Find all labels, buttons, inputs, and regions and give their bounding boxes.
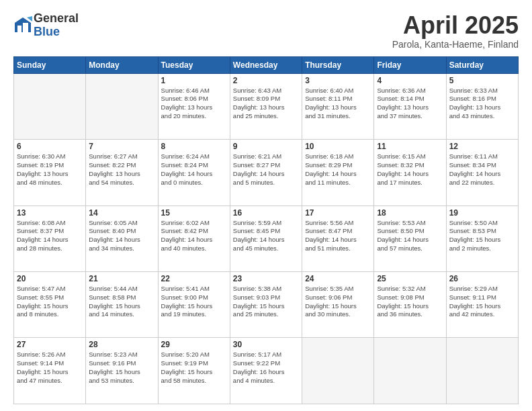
table-row: 8Sunrise: 6:24 AM Sunset: 8:24 PM Daylig…: [158, 140, 230, 205]
day-info: Sunrise: 5:38 AM Sunset: 9:03 PM Dayligh…: [233, 285, 299, 319]
table-row: 9Sunrise: 6:21 AM Sunset: 8:27 PM Daylig…: [230, 140, 302, 205]
table-row: 17Sunrise: 5:56 AM Sunset: 8:47 PM Dayli…: [302, 205, 374, 271]
table-row: 20Sunrise: 5:47 AM Sunset: 8:55 PM Dayli…: [14, 272, 86, 338]
logo-blue-text: Blue: [34, 26, 79, 39]
day-info: Sunrise: 5:20 AM Sunset: 9:19 PM Dayligh…: [161, 351, 227, 385]
day-info: Sunrise: 6:15 AM Sunset: 8:32 PM Dayligh…: [377, 152, 443, 187]
calendar-subtitle: Parola, Kanta-Haeme, Finland: [392, 39, 519, 50]
day-number: 26: [449, 274, 515, 283]
header-friday: Friday: [374, 56, 446, 73]
day-info: Sunrise: 6:40 AM Sunset: 8:11 PM Dayligh…: [305, 87, 371, 121]
day-number: 4: [377, 76, 443, 85]
day-number: 16: [233, 208, 299, 218]
day-number: 19: [449, 208, 515, 218]
header-tuesday: Tuesday: [158, 56, 230, 73]
day-info: Sunrise: 5:44 AM Sunset: 8:58 PM Dayligh…: [89, 285, 154, 319]
table-row: 14Sunrise: 6:05 AM Sunset: 8:40 PM Dayli…: [86, 205, 158, 271]
table-row: 27Sunrise: 5:26 AM Sunset: 9:14 PM Dayli…: [14, 338, 86, 404]
day-number: 6: [17, 142, 83, 151]
day-info: Sunrise: 6:05 AM Sunset: 8:40 PM Dayligh…: [89, 219, 154, 253]
table-row: [14, 73, 86, 139]
table-row: 24Sunrise: 5:35 AM Sunset: 9:06 PM Dayli…: [302, 272, 374, 338]
table-row: 19Sunrise: 5:50 AM Sunset: 8:53 PM Dayli…: [446, 205, 518, 271]
svg-rect-3: [23, 23, 28, 32]
table-row: 7Sunrise: 6:27 AM Sunset: 8:22 PM Daylig…: [86, 140, 158, 205]
table-row: 3Sunrise: 6:40 AM Sunset: 8:11 PM Daylig…: [302, 73, 374, 139]
table-row: 21Sunrise: 5:44 AM Sunset: 8:58 PM Dayli…: [86, 272, 158, 338]
table-row: 15Sunrise: 6:02 AM Sunset: 8:42 PM Dayli…: [158, 205, 230, 271]
day-info: Sunrise: 5:32 AM Sunset: 9:08 PM Dayligh…: [377, 285, 443, 319]
day-info: Sunrise: 6:24 AM Sunset: 8:24 PM Dayligh…: [161, 152, 227, 187]
svg-marker-1: [27, 16, 32, 21]
logo: General Blue: [13, 12, 79, 39]
day-number: 1: [161, 76, 227, 85]
day-number: 25: [377, 274, 443, 283]
day-number: 18: [377, 208, 443, 218]
day-number: 14: [89, 208, 154, 218]
day-info: Sunrise: 6:11 AM Sunset: 8:34 PM Dayligh…: [449, 152, 515, 187]
day-info: Sunrise: 6:46 AM Sunset: 8:06 PM Dayligh…: [161, 87, 227, 121]
day-info: Sunrise: 5:53 AM Sunset: 8:50 PM Dayligh…: [377, 219, 443, 253]
day-info: Sunrise: 6:02 AM Sunset: 8:42 PM Dayligh…: [161, 219, 227, 253]
table-row: 30Sunrise: 5:17 AM Sunset: 9:22 PM Dayli…: [230, 338, 302, 404]
table-row: 12Sunrise: 6:11 AM Sunset: 8:34 PM Dayli…: [446, 140, 518, 205]
calendar-header-row: Sunday Monday Tuesday Wednesday Thursday…: [14, 56, 519, 73]
table-row: 10Sunrise: 6:18 AM Sunset: 8:29 PM Dayli…: [302, 140, 374, 205]
day-info: Sunrise: 6:33 AM Sunset: 8:16 PM Dayligh…: [449, 87, 515, 121]
day-number: 11: [377, 142, 443, 151]
table-row: 23Sunrise: 5:38 AM Sunset: 9:03 PM Dayli…: [230, 272, 302, 338]
day-number: 2: [233, 76, 299, 85]
day-number: 23: [233, 274, 299, 283]
day-number: 22: [161, 274, 227, 283]
day-info: Sunrise: 6:08 AM Sunset: 8:37 PM Dayligh…: [17, 219, 83, 253]
calendar-title: April 2025: [392, 12, 519, 39]
table-row: 28Sunrise: 5:23 AM Sunset: 9:16 PM Dayli…: [86, 338, 158, 404]
day-number: 20: [17, 274, 83, 283]
calendar-week-4: 20Sunrise: 5:47 AM Sunset: 8:55 PM Dayli…: [14, 272, 519, 338]
day-number: 9: [233, 142, 299, 151]
table-row: 4Sunrise: 6:36 AM Sunset: 8:14 PM Daylig…: [374, 73, 446, 139]
day-number: 30: [233, 340, 299, 349]
day-info: Sunrise: 5:29 AM Sunset: 9:11 PM Dayligh…: [449, 285, 515, 319]
day-number: 13: [17, 208, 83, 218]
day-number: 28: [89, 340, 154, 349]
day-info: Sunrise: 5:17 AM Sunset: 9:22 PM Dayligh…: [233, 351, 299, 385]
day-info: Sunrise: 5:41 AM Sunset: 9:00 PM Dayligh…: [161, 285, 227, 319]
day-info: Sunrise: 6:27 AM Sunset: 8:22 PM Dayligh…: [89, 152, 154, 187]
table-row: [86, 73, 158, 139]
page: General Blue April 2025 Parola, Kanta-Ha…: [0, 0, 532, 411]
header: General Blue April 2025 Parola, Kanta-Ha…: [13, 12, 519, 50]
day-number: 24: [305, 274, 371, 283]
day-info: Sunrise: 5:23 AM Sunset: 9:16 PM Dayligh…: [89, 351, 154, 385]
title-block: April 2025 Parola, Kanta-Haeme, Finland: [392, 12, 519, 50]
day-info: Sunrise: 5:59 AM Sunset: 8:45 PM Dayligh…: [233, 219, 299, 253]
calendar-week-3: 13Sunrise: 6:08 AM Sunset: 8:37 PM Dayli…: [14, 205, 519, 271]
table-row: 22Sunrise: 5:41 AM Sunset: 9:00 PM Dayli…: [158, 272, 230, 338]
calendar-week-1: 1Sunrise: 6:46 AM Sunset: 8:06 PM Daylig…: [14, 73, 519, 139]
table-row: 18Sunrise: 5:53 AM Sunset: 8:50 PM Dayli…: [374, 205, 446, 271]
header-monday: Monday: [86, 56, 158, 73]
day-number: 12: [449, 142, 515, 151]
logo-text: General Blue: [34, 12, 79, 39]
table-row: 6Sunrise: 6:30 AM Sunset: 8:19 PM Daylig…: [14, 140, 86, 205]
logo-icon: [13, 16, 32, 35]
table-row: 11Sunrise: 6:15 AM Sunset: 8:32 PM Dayli…: [374, 140, 446, 205]
header-saturday: Saturday: [446, 56, 518, 73]
day-number: 27: [17, 340, 83, 349]
svg-rect-2: [17, 26, 21, 32]
table-row: 29Sunrise: 5:20 AM Sunset: 9:19 PM Dayli…: [158, 338, 230, 404]
day-number: 8: [161, 142, 227, 151]
day-number: 10: [305, 142, 371, 151]
table-row: 25Sunrise: 5:32 AM Sunset: 9:08 PM Dayli…: [374, 272, 446, 338]
table-row: [302, 338, 374, 404]
day-number: 29: [161, 340, 227, 349]
calendar-week-5: 27Sunrise: 5:26 AM Sunset: 9:14 PM Dayli…: [14, 338, 519, 404]
calendar-week-2: 6Sunrise: 6:30 AM Sunset: 8:19 PM Daylig…: [14, 140, 519, 205]
logo-general-text: General: [34, 12, 79, 26]
day-info: Sunrise: 6:36 AM Sunset: 8:14 PM Dayligh…: [377, 87, 443, 121]
table-row: 13Sunrise: 6:08 AM Sunset: 8:37 PM Dayli…: [14, 205, 86, 271]
day-info: Sunrise: 5:35 AM Sunset: 9:06 PM Dayligh…: [305, 285, 371, 319]
day-info: Sunrise: 6:43 AM Sunset: 8:09 PM Dayligh…: [233, 87, 299, 121]
header-sunday: Sunday: [14, 56, 86, 73]
table-row: 26Sunrise: 5:29 AM Sunset: 9:11 PM Dayli…: [446, 272, 518, 338]
